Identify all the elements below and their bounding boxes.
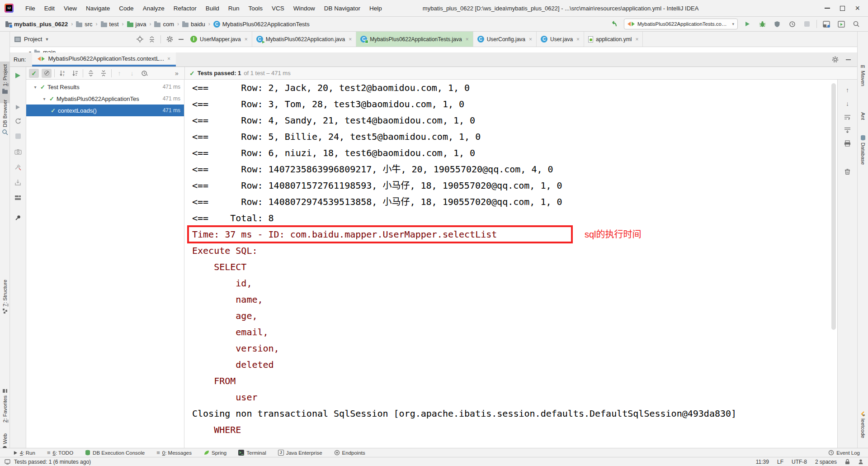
tool-windows-icon[interactable] bbox=[821, 19, 832, 29]
sidebar-item-maven[interactable]: m Maven bbox=[858, 63, 868, 86]
close-icon[interactable]: × bbox=[245, 36, 248, 43]
test-history-icon[interactable] bbox=[140, 69, 150, 78]
maximize-icon[interactable] bbox=[840, 6, 845, 11]
breadcrumb-item[interactable]: test bbox=[99, 20, 121, 29]
editor-tab[interactable]: application.yml× bbox=[584, 32, 643, 47]
sidebar-item-project[interactable]: 1: Project bbox=[0, 64, 9, 94]
print-icon[interactable] bbox=[843, 138, 853, 148]
indent-widget[interactable]: 2 spaces bbox=[815, 459, 837, 465]
toolwindow-button-0-messages[interactable]: ≡0: Messages bbox=[156, 449, 192, 456]
lock-icon[interactable] bbox=[845, 459, 850, 465]
sidebar-item-ant[interactable]: Ant bbox=[858, 112, 868, 120]
coverage-button[interactable] bbox=[772, 19, 783, 29]
close-icon[interactable]: × bbox=[855, 4, 860, 12]
editor-tab[interactable]: CUser.java× bbox=[537, 32, 584, 47]
chevron-down-icon[interactable]: ▼ bbox=[45, 37, 49, 42]
scrollbar[interactable] bbox=[831, 83, 836, 330]
breadcrumb-item[interactable]: mybatis_plus_0622 bbox=[4, 20, 70, 29]
sort-alphabetically-icon[interactable]: az bbox=[57, 69, 67, 78]
project-panel-title[interactable]: Project bbox=[24, 36, 42, 43]
breadcrumb-item[interactable]: src bbox=[74, 20, 94, 29]
show-ignored-icon[interactable] bbox=[42, 69, 52, 78]
menu-code[interactable]: Code bbox=[114, 3, 138, 14]
line-separator-widget[interactable]: LF bbox=[777, 459, 783, 465]
menu-db-navigator[interactable]: DB Navigator bbox=[320, 3, 365, 14]
menu-refactor[interactable]: Refactor bbox=[169, 3, 201, 14]
more-options-icon[interactable]: » bbox=[172, 69, 182, 78]
stop-button[interactable] bbox=[13, 131, 23, 141]
toolwindow-button-java-enterprise[interactable]: JJava Enterprise bbox=[278, 450, 322, 456]
menu-build[interactable]: Build bbox=[201, 3, 224, 14]
editor-tab[interactable]: CMybatisPlus0622ApplicationTests.java× bbox=[356, 32, 473, 47]
hide-panel-icon[interactable] bbox=[846, 59, 851, 60]
layout-settings-icon[interactable] bbox=[13, 193, 23, 203]
profiler-button[interactable] bbox=[787, 19, 797, 29]
menu-navigate[interactable]: Navigate bbox=[81, 3, 114, 14]
close-icon[interactable]: × bbox=[466, 36, 469, 43]
back-arrow-icon[interactable] bbox=[609, 19, 620, 29]
run-tab[interactable]: MybatisPlus0622ApplicationTests.contextL… bbox=[32, 52, 176, 67]
next-failed-test-icon[interactable]: ↓ bbox=[127, 69, 137, 78]
encoding-widget[interactable]: UTF-8 bbox=[792, 459, 807, 465]
editor-tab[interactable]: CMybatisPlus0622Application.java× bbox=[252, 32, 356, 47]
menu-analyze[interactable]: Analyze bbox=[138, 3, 169, 14]
gear-icon[interactable] bbox=[166, 36, 173, 43]
test-tree-row[interactable]: ▾✓MybatisPlus0622ApplicationTes471 ms bbox=[26, 93, 184, 105]
menu-vcs[interactable]: VCS bbox=[267, 3, 289, 14]
collapse-all-icon[interactable] bbox=[149, 36, 155, 43]
search-icon[interactable] bbox=[851, 19, 862, 29]
toolwindow-button-6-todo[interactable]: ≡6: TODO bbox=[47, 449, 73, 456]
run-button[interactable] bbox=[742, 19, 753, 29]
debug-button[interactable] bbox=[757, 19, 768, 29]
soft-wrap-icon[interactable] bbox=[843, 112, 853, 122]
camera-icon[interactable] bbox=[13, 147, 23, 157]
breadcrumb-item[interactable]: baidu bbox=[180, 20, 207, 29]
breadcrumb-item[interactable]: java bbox=[125, 20, 148, 29]
close-icon[interactable]: × bbox=[529, 36, 532, 43]
clear-all-icon[interactable] bbox=[843, 166, 853, 176]
chevron-down-icon[interactable]: ▾ bbox=[42, 96, 47, 101]
rerun-failed-tests-button[interactable] bbox=[13, 102, 23, 112]
close-icon[interactable]: × bbox=[167, 56, 170, 62]
menu-file[interactable]: File bbox=[21, 3, 40, 14]
hide-panel-icon[interactable] bbox=[179, 39, 184, 40]
editor-tab[interactable]: CUserConfig.java× bbox=[473, 32, 537, 47]
breadcrumb-item[interactable]: CMybatisPlus0622ApplicationTests bbox=[212, 20, 311, 29]
up-stacktrace-icon[interactable]: ↑ bbox=[843, 85, 853, 95]
sort-by-duration-icon[interactable] bbox=[70, 69, 80, 78]
scroll-to-end-icon[interactable] bbox=[843, 125, 853, 135]
minimize-icon[interactable] bbox=[825, 8, 830, 9]
editor-tab[interactable]: IUserMapper.java× bbox=[186, 32, 252, 47]
test-tree-row[interactable]: ▾✓Test Results471 ms bbox=[26, 81, 184, 93]
chevron-down-icon[interactable]: ▾ bbox=[33, 85, 38, 90]
run-configuration-select[interactable]: MybatisPlus0622ApplicationTests.contextL… bbox=[624, 19, 738, 29]
pin-icon[interactable] bbox=[13, 213, 23, 223]
tree-item-main[interactable]: ▾ main bbox=[10, 47, 186, 52]
expand-all-icon[interactable] bbox=[86, 69, 96, 78]
toolwindow-button-db-execution-console[interactable]: DB Execution Console bbox=[85, 450, 145, 456]
import-test-results-icon[interactable] bbox=[13, 177, 23, 187]
test-tree-row[interactable]: ✓contextLoads()471 ms bbox=[26, 105, 184, 116]
rerun-button[interactable] bbox=[13, 71, 23, 81]
close-icon[interactable]: × bbox=[349, 36, 352, 43]
close-icon[interactable]: × bbox=[635, 36, 638, 43]
stop-button[interactable] bbox=[802, 19, 812, 29]
sidebar-item-db-browser[interactable]: DB Browser bbox=[0, 100, 9, 135]
build-icon[interactable] bbox=[13, 162, 23, 172]
menu-view[interactable]: View bbox=[59, 3, 81, 14]
menu-run[interactable]: Run bbox=[224, 3, 244, 14]
menu-edit[interactable]: Edit bbox=[40, 3, 59, 14]
toggle-auto-test-icon[interactable] bbox=[13, 116, 23, 126]
breadcrumb-item[interactable]: com bbox=[152, 20, 176, 29]
status-widget-icon[interactable] bbox=[858, 459, 863, 465]
sidebar-item-structure[interactable]: 7: Structure bbox=[0, 280, 9, 314]
toolwindow-button-terminal[interactable]: >_Terminal bbox=[238, 450, 266, 456]
sidebar-item-database[interactable]: Database bbox=[858, 135, 868, 165]
collapse-all-icon[interactable] bbox=[99, 69, 108, 78]
toolwindow-button-endpoints[interactable]: Endpoints bbox=[334, 450, 365, 456]
toolwindow-button-4-run[interactable]: 4: Run bbox=[14, 450, 35, 456]
locate-file-icon[interactable] bbox=[137, 36, 143, 43]
sidebar-item-leetcode[interactable]: leetcode bbox=[858, 411, 868, 438]
previous-failed-test-icon[interactable]: ↑ bbox=[114, 69, 124, 78]
sidebar-item-favorites[interactable]: 2: Favorites bbox=[0, 388, 9, 423]
